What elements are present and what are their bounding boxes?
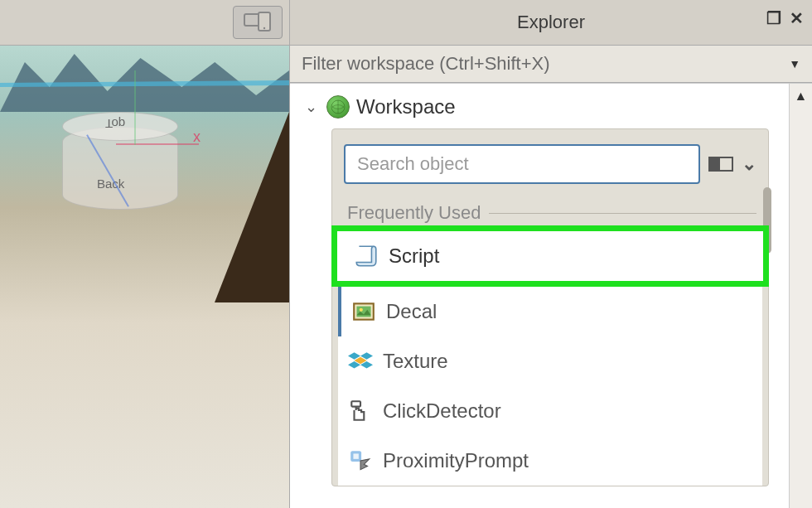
list-item-label: ProximityPrompt (383, 449, 529, 472)
chevron-down-icon[interactable]: ⌄ (742, 153, 756, 175)
viewport-toolbar (0, 0, 289, 46)
search-placeholder: Search object (357, 153, 469, 175)
view-toggle-icon[interactable] (708, 157, 733, 172)
explorer-header: Explorer ❐ ✕ (290, 0, 812, 46)
face-label-top: Top (105, 117, 125, 131)
device-emulation-button[interactable] (233, 6, 283, 39)
svg-rect-7 (356, 307, 370, 317)
axis-y (134, 70, 136, 145)
viewport-3d[interactable]: Top Back (0, 46, 289, 508)
decal-icon (351, 299, 376, 324)
object-list: Script Decal (338, 225, 762, 486)
insert-object-panel: Search object ⌄ Frequently Used (331, 128, 769, 486)
svg-point-8 (360, 308, 363, 312)
viewport-pane: Top Back (0, 0, 290, 508)
filter-dropdown-icon[interactable]: ▼ (789, 57, 800, 70)
explorer-panel: Explorer ❐ ✕ Filter workspace (Ctrl+Shif… (290, 0, 812, 508)
list-item-label: Script (389, 244, 439, 268)
list-item-proximityprompt[interactable]: ProximityPrompt (338, 436, 762, 486)
terrain-mountains (0, 46, 289, 112)
list-item-label: ClickDetector (383, 399, 501, 423)
svg-rect-11 (353, 453, 358, 458)
list-item-label: Decal (386, 300, 437, 323)
chevron-down-icon[interactable]: ⌄ (305, 98, 320, 116)
tree-node-workspace[interactable]: ⌄ Workspace (290, 94, 789, 128)
search-object-input[interactable]: Search object (344, 144, 700, 184)
list-item-clickdetector[interactable]: ClickDetector (338, 386, 762, 436)
list-item-label: Texture (383, 350, 448, 373)
script-icon (354, 244, 379, 269)
svg-rect-9 (351, 401, 360, 406)
filter-placeholder: Filter workspace (Ctrl+Shift+X) (302, 53, 550, 75)
list-item-texture[interactable]: Texture (338, 336, 762, 386)
explorer-tree: ⌄ Workspace Search object ⌄ (290, 84, 789, 508)
proximityprompt-icon (348, 448, 373, 473)
axis-x (116, 143, 199, 145)
scroll-up-icon[interactable]: ▲ (795, 89, 808, 104)
section-frequently-used: Frequently Used (344, 202, 756, 224)
workspace-icon (326, 95, 350, 119)
device-icon (244, 12, 272, 33)
workspace-label: Workspace (356, 95, 456, 119)
svg-point-2 (263, 27, 265, 29)
filter-bar[interactable]: Filter workspace (Ctrl+Shift+X) ▼ (290, 46, 812, 83)
close-icon[interactable]: ✕ (790, 8, 804, 28)
terrain-slope (215, 112, 289, 302)
undock-icon[interactable]: ❐ (766, 8, 781, 28)
selected-part-cylinder[interactable]: Top Back (62, 112, 178, 220)
clickdetector-icon (348, 399, 373, 423)
list-item-decal[interactable]: Decal (338, 287, 762, 336)
explorer-title: Explorer (290, 12, 812, 33)
explorer-scrollbar[interactable]: ▲ (789, 84, 812, 508)
texture-icon (348, 349, 373, 374)
list-item-script[interactable]: Script (331, 225, 769, 287)
